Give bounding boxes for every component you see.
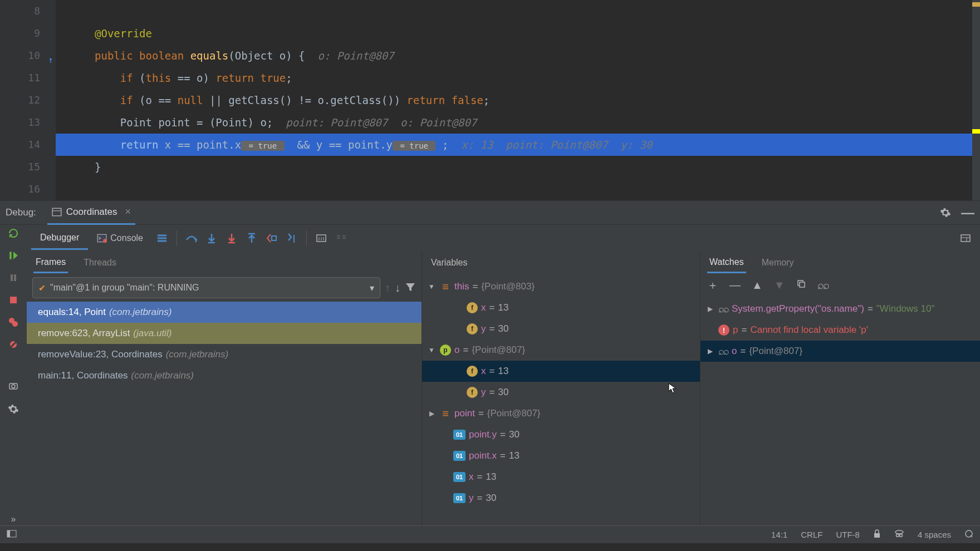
chevron-down-icon[interactable]: ▾: [370, 283, 374, 293]
caret-position[interactable]: 14:1: [771, 530, 787, 539]
step-out-icon[interactable]: [242, 228, 262, 248]
trace-current-stream-chain-icon[interactable]: [331, 228, 351, 248]
indent-settings[interactable]: 4 spaces: [918, 530, 951, 539]
debugger-tab[interactable]: Debugger: [31, 227, 88, 250]
resume-icon[interactable]: [7, 249, 19, 262]
frame-row[interactable]: main:11, Coordinates (com.jetbrains): [27, 365, 422, 386]
watches-tab[interactable]: Watches: [707, 253, 746, 273]
pause-icon[interactable]: [7, 272, 19, 284]
filter-icon[interactable]: [405, 282, 416, 294]
frames-tab[interactable]: Frames: [33, 253, 68, 273]
thread-selector[interactable]: ✔ "main"@1 in group "main": RUNNING ▾: [32, 277, 380, 298]
next-frame-icon[interactable]: ↓: [395, 282, 400, 294]
close-icon[interactable]: ×: [125, 206, 131, 218]
frame-row[interactable]: removeValue:23, Coordinates (com.jetbrai…: [27, 344, 422, 365]
watch-row[interactable]: ▶⌕⌕ System.getProperty("os.name") = "Win…: [700, 298, 980, 319]
variable-row[interactable]: ▶01 point.x = 13: [422, 445, 700, 466]
threads-tab[interactable]: Threads: [81, 253, 119, 272]
settings-icon[interactable]: [940, 207, 951, 218]
gutter-line[interactable]: 15: [0, 156, 40, 178]
frame-row[interactable]: equals:14, Point (com.jetbrains): [27, 302, 422, 323]
int-icon: 01: [453, 451, 465, 461]
expand-icon[interactable]: »: [7, 513, 19, 525]
line-number: 13: [28, 116, 40, 128]
variable-row[interactable]: ▶f y = 30: [422, 382, 700, 403]
variable-row[interactable]: ▶01 x = 13: [422, 466, 700, 488]
line-separator[interactable]: CRLF: [801, 530, 822, 539]
file-encoding[interactable]: UTF-8: [836, 530, 860, 539]
field-icon: f: [467, 302, 478, 313]
frame-text: main:11, Coordinates: [38, 370, 128, 381]
variable-row[interactable]: ▶f x = 13: [422, 297, 700, 318]
evaluate-expression-icon[interactable]: [311, 228, 331, 248]
step-into-icon[interactable]: [202, 228, 222, 248]
minimize-icon[interactable]: —: [961, 205, 974, 220]
expand-arrow-icon[interactable]: ▶: [705, 305, 715, 313]
threads-view-icon[interactable]: [152, 228, 172, 248]
move-down-icon[interactable]: ▼: [774, 279, 785, 292]
expand-arrow-icon[interactable]: ▼: [427, 346, 437, 354]
gutter-line[interactable]: 12: [0, 89, 40, 111]
variable-row[interactable]: ▼p o = {Point@807}: [422, 340, 700, 361]
gutter-line[interactable]: 11: [0, 67, 40, 89]
thread-name: "main"@1 in group "main": RUNNING: [50, 283, 199, 293]
debugger-settings-icon[interactable]: [7, 403, 19, 415]
var-eq: =: [477, 471, 483, 483]
add-watch-icon[interactable]: ＋: [707, 278, 718, 293]
scroll-marker[interactable]: [972, 129, 980, 134]
expand-arrow-icon[interactable]: ▶: [427, 410, 437, 417]
inspector-icon[interactable]: [894, 529, 904, 540]
run-to-cursor-icon[interactable]: [282, 228, 302, 248]
code: (Object o) {: [228, 50, 305, 62]
variable-row[interactable]: ▶f y = 30: [422, 318, 700, 340]
debug-config-tab[interactable]: Coordinates ×: [47, 200, 135, 225]
force-step-into-icon[interactable]: [222, 228, 242, 248]
override-up-icon[interactable]: ↑: [48, 49, 53, 71]
layout-settings-icon[interactable]: [955, 228, 976, 248]
gutter-line[interactable]: 16: [0, 178, 40, 200]
rerun-icon[interactable]: [7, 227, 19, 239]
scroll-marker[interactable]: [972, 2, 980, 7]
variable-row[interactable]: ▶01 y = 30: [422, 488, 700, 509]
show-watches-in-variables-icon[interactable]: ⌕⌕: [817, 279, 829, 292]
kw: boolean: [139, 50, 184, 62]
variable-row[interactable]: ▼≡ this = {Point@803}: [422, 276, 700, 297]
duplicate-watch-icon[interactable]: [796, 279, 806, 292]
variable-row[interactable]: ▶01 point.y = 30: [422, 424, 700, 445]
get-thread-dump-icon[interactable]: [7, 381, 19, 393]
var-name: x: [481, 302, 486, 313]
gutter-line[interactable]: 8: [0, 0, 40, 22]
drop-frame-icon[interactable]: [262, 228, 282, 248]
frame-row[interactable]: remove:623, ArrayList (java.util): [27, 323, 422, 344]
var-value: {Point@807}: [487, 408, 541, 419]
watch-row[interactable]: ▶⌕⌕ o = {Point@807}: [700, 341, 980, 362]
int-icon: 01: [453, 472, 465, 482]
gutter-line[interactable]: 14: [0, 134, 40, 156]
view-breakpoints-icon[interactable]: [7, 316, 19, 328]
gutter-line[interactable]: 13: [0, 111, 40, 134]
tool-window-toggle-icon[interactable]: [7, 530, 17, 539]
gutter-line[interactable]: 9: [0, 22, 40, 45]
console-icon: [97, 233, 107, 243]
editor-scrollbar[interactable]: [972, 0, 980, 200]
console-tab[interactable]: Console: [88, 228, 152, 249]
expand-arrow-icon[interactable]: ▶: [705, 347, 715, 355]
mute-breakpoints-icon[interactable]: [7, 338, 19, 351]
readonly-lock-icon[interactable]: [873, 529, 881, 540]
watch-row[interactable]: ▶! p = Cannot find local variable 'p': [700, 319, 980, 341]
editor-code[interactable]: @Override public boolean equals(Object o…: [56, 0, 980, 200]
prev-frame-icon[interactable]: ↑: [385, 282, 390, 294]
gutter-line[interactable]: 10 ● ↑: [0, 45, 40, 67]
application-icon: [52, 207, 62, 217]
step-over-icon[interactable]: [182, 228, 202, 248]
variable-row[interactable]: ▶f x = 13: [422, 361, 700, 382]
memory-indicator-icon[interactable]: [964, 529, 973, 540]
remove-watch-icon[interactable]: —: [729, 279, 741, 292]
code: (o ==: [133, 94, 178, 106]
expand-arrow-icon[interactable]: ▼: [427, 283, 437, 291]
memory-tab[interactable]: Memory: [759, 253, 796, 272]
stop-icon[interactable]: [7, 294, 19, 306]
watch-glasses-icon: ⌕⌕: [718, 346, 728, 357]
variable-row[interactable]: ▶≡ point = {Point@807}: [422, 403, 700, 424]
move-up-icon[interactable]: ▲: [752, 279, 763, 292]
